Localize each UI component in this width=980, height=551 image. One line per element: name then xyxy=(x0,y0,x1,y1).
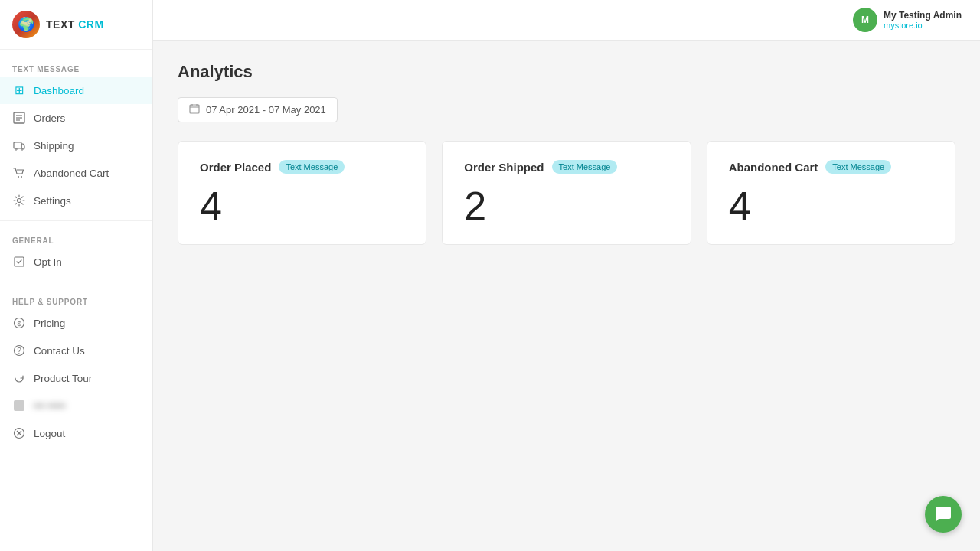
svg-text:?: ? xyxy=(17,347,21,355)
card-value-order-shipped: 2 xyxy=(464,186,668,226)
opt-in-icon xyxy=(12,255,26,269)
card-abandoned-cart: Abandoned Cart Text Message 4 xyxy=(707,141,956,245)
top-header: M My Testing Admin mystore.io xyxy=(153,0,980,41)
sidebar-item-abandoned-cart[interactable]: Abandoned Cart xyxy=(0,159,152,187)
card-title-order-shipped: Order Shipped xyxy=(464,161,544,174)
logo-icon: 🌍 xyxy=(12,11,40,38)
calendar-icon xyxy=(189,103,200,116)
date-range-button[interactable]: 07 Apr 2021 - 07 May 2021 xyxy=(178,97,338,122)
divider-2 xyxy=(0,282,152,282)
sidebar-navigation: TEXT MESSAGE ⊞ Dashboard Orders xyxy=(0,50,152,551)
sidebar: 🌍 TEXT CRM TEXT MESSAGE ⊞ Dashboard Orde… xyxy=(0,0,153,551)
card-value-order-placed: 4 xyxy=(200,186,404,226)
sidebar-item-label: Pricing xyxy=(34,318,65,329)
shipping-icon xyxy=(12,139,26,152)
sidebar-item-label: Contact Us xyxy=(34,345,85,357)
product-tour-icon xyxy=(12,371,26,385)
svg-rect-4 xyxy=(14,142,21,148)
sidebar-item-shipping[interactable]: Shipping xyxy=(0,132,152,159)
main-content: M My Testing Admin mystore.io Analytics … xyxy=(153,0,980,551)
svg-text:$: $ xyxy=(17,320,21,328)
page-title: Analytics xyxy=(178,62,956,82)
card-header-order-placed: Order Placed Text Message xyxy=(200,160,404,174)
card-badge-order-shipped: Text Message xyxy=(552,160,618,174)
user-info[interactable]: M My Testing Admin mystore.io xyxy=(853,8,962,32)
svg-rect-19 xyxy=(190,105,199,113)
chat-fab-button[interactable] xyxy=(925,496,962,533)
sidebar-item-opt-in[interactable]: Opt In xyxy=(0,248,152,276)
logout-icon xyxy=(12,426,26,440)
sidebar-item-label: Orders xyxy=(34,112,65,124)
divider-1 xyxy=(0,220,152,221)
card-badge-order-placed: Text Message xyxy=(279,160,345,174)
sidebar-item-label: ••• ••••• xyxy=(34,400,66,412)
analytics-cards: Order Placed Text Message 4 Order Shippe… xyxy=(178,141,956,245)
user-store: mystore.io xyxy=(884,21,962,30)
card-title-order-placed: Order Placed xyxy=(200,161,271,174)
logo-area[interactable]: 🌍 TEXT CRM xyxy=(0,0,152,50)
avatar: M xyxy=(853,8,877,32)
user-details: My Testing Admin mystore.io xyxy=(884,10,962,30)
abandoned-cart-icon xyxy=(12,166,26,180)
sidebar-item-label: Dashboard xyxy=(34,85,84,96)
sidebar-item-orders[interactable]: Orders xyxy=(0,104,152,132)
svg-point-6 xyxy=(21,148,23,150)
svg-rect-15 xyxy=(14,400,24,411)
settings-icon xyxy=(12,194,26,207)
user-name: My Testing Admin xyxy=(884,10,962,21)
sidebar-item-logout[interactable]: Logout xyxy=(0,419,152,447)
help-section-label: HELP & SUPPORT xyxy=(0,289,152,309)
sidebar-item-dashboard[interactable]: ⊞ Dashboard xyxy=(0,77,152,104)
svg-point-9 xyxy=(18,199,21,203)
sidebar-item-contact-us[interactable]: ? Contact Us xyxy=(0,337,152,364)
sidebar-item-label: Opt In xyxy=(34,256,62,268)
card-order-shipped: Order Shipped Text Message 2 xyxy=(442,141,691,245)
svg-point-8 xyxy=(21,176,22,178)
sidebar-item-label: Product Tour xyxy=(34,373,92,384)
sidebar-item-label: Abandoned Cart xyxy=(34,168,109,179)
sidebar-item-label: Logout xyxy=(34,428,65,439)
date-range-label: 07 Apr 2021 - 07 May 2021 xyxy=(206,104,326,116)
card-header-order-shipped: Order Shipped Text Message xyxy=(464,160,668,174)
card-badge-abandoned-cart: Text Message xyxy=(825,160,891,174)
svg-point-7 xyxy=(18,176,19,178)
svg-point-5 xyxy=(15,148,17,150)
sidebar-item-settings[interactable]: Settings xyxy=(0,187,152,214)
general-section-label: GENERAL xyxy=(0,227,152,248)
svg-rect-10 xyxy=(15,257,24,266)
blurred-icon xyxy=(12,399,26,412)
sidebar-item-blurred[interactable]: ••• ••••• xyxy=(0,392,152,419)
sidebar-item-product-tour[interactable]: Product Tour xyxy=(0,364,152,392)
text-message-section-label: TEXT MESSAGE xyxy=(0,56,152,77)
sidebar-item-pricing[interactable]: $ Pricing xyxy=(0,309,152,337)
sidebar-item-label: Shipping xyxy=(34,140,74,152)
card-header-abandoned-cart: Abandoned Cart Text Message xyxy=(729,160,933,174)
orders-icon xyxy=(12,111,26,125)
card-title-abandoned-cart: Abandoned Cart xyxy=(729,161,818,174)
content-area: Analytics 07 Apr 2021 - 07 May 2021 Orde… xyxy=(153,41,980,551)
card-order-placed: Order Placed Text Message 4 xyxy=(178,141,426,245)
contact-icon: ? xyxy=(12,344,26,357)
dashboard-icon: ⊞ xyxy=(12,83,26,97)
card-value-abandoned-cart: 4 xyxy=(729,186,933,226)
sidebar-item-label: Settings xyxy=(34,195,71,207)
pricing-icon: $ xyxy=(12,316,26,330)
app-name: TEXT CRM xyxy=(46,18,104,31)
